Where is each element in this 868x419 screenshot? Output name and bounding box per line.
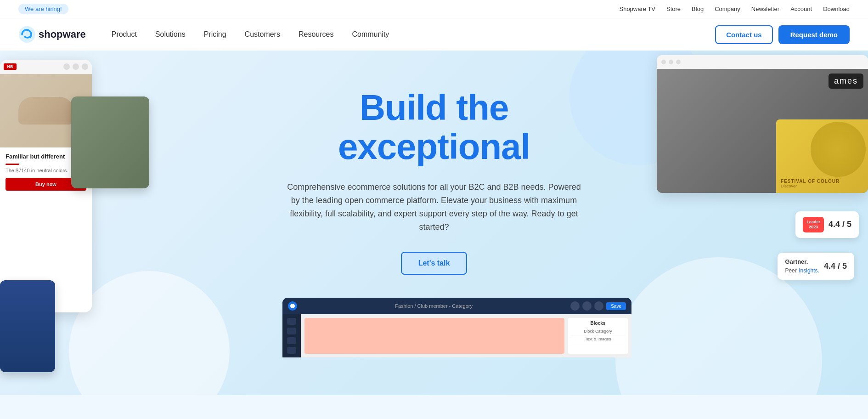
dash-user3-icon xyxy=(594,301,603,311)
hero-title-line1: Build the xyxy=(360,87,509,128)
leader-badge-year: 2023 xyxy=(806,225,820,230)
hero-title: Build the exceptional xyxy=(282,88,586,167)
topbar-link-company[interactable]: Company xyxy=(715,6,740,12)
nav-link-product[interactable]: Product xyxy=(104,27,144,42)
svg-point-1 xyxy=(290,304,295,308)
nav-link-resources[interactable]: Resources xyxy=(291,27,341,42)
logo[interactable]: shopware xyxy=(18,26,86,43)
leader-rating-badge: Leader 2023 4.4 / 5 xyxy=(795,211,859,238)
nav-buttons: Contact us Request demo xyxy=(715,25,850,44)
fashion-body: ames FESTIVAL OF COLOUR Discover xyxy=(657,69,868,193)
dash-settings-icon xyxy=(287,337,296,344)
nav-link-customers[interactable]: Customers xyxy=(237,27,287,42)
left-screenshots: NB Familiar but different The $7140 in n… xyxy=(0,60,170,372)
nb-menu-icon xyxy=(82,63,88,70)
dash-main-area: Blocks Block Category Text & Images xyxy=(301,314,631,357)
leader-rating-score: 4.4 / 5 xyxy=(829,220,851,229)
fashion-topbar xyxy=(657,55,868,69)
nb-search-icon xyxy=(63,63,70,70)
gartner-info: Gartner. Peer Insights. xyxy=(785,258,819,274)
topbar-link-store[interactable]: Store xyxy=(666,6,681,12)
fashion-screenshot: ames FESTIVAL OF COLOUR Discover xyxy=(657,55,868,193)
leader-badge-icon: Leader 2023 xyxy=(803,217,824,232)
festival-chair-graphic xyxy=(811,122,866,177)
topbar-link-account[interactable]: Account xyxy=(790,6,812,12)
dash-home-icon xyxy=(287,318,296,325)
dashboard-body: Blocks Block Category Text & Images xyxy=(282,314,631,357)
gartner-peer-label: Peer xyxy=(785,267,796,274)
hero-center: Build the exceptional Comprehensive ecom… xyxy=(273,88,595,358)
dash-user2-icon xyxy=(582,301,592,311)
dash-grid-icon xyxy=(287,328,296,334)
fashion-min-dot xyxy=(669,60,673,64)
dash-user-icon xyxy=(570,301,580,311)
hero-title-line2: exceptional xyxy=(338,126,530,167)
nb-cart-icon xyxy=(73,63,79,70)
blurred-person-bottom-image xyxy=(0,280,55,372)
dash-canvas xyxy=(304,318,564,354)
top-bar: We are hiring! Shopware TV Store Blog Co… xyxy=(0,0,868,18)
gartner-rating-score: 4.4 / 5 xyxy=(824,261,847,271)
nb-topbar: NB xyxy=(0,60,92,74)
dashboard-preview: Fashion / Club member - Category Save xyxy=(282,298,631,357)
blurred-top-screenshot xyxy=(71,96,149,188)
topbar-link-blog[interactable]: Blog xyxy=(692,6,704,12)
dash-save-button[interactable]: Save xyxy=(606,302,626,310)
festival-title: FESTIVAL OF COLOUR xyxy=(781,179,863,184)
festival-discover-link[interactable]: Discover xyxy=(781,184,863,188)
nav-link-community[interactable]: Community xyxy=(344,27,396,42)
hero-section: NB Familiar but different The $7140 in n… xyxy=(0,51,868,395)
dash-panel-item-2[interactable]: Text & Images xyxy=(571,335,625,343)
dash-panel-item-1[interactable]: Block Category xyxy=(571,328,625,335)
hiring-badge[interactable]: We are hiring! xyxy=(18,4,68,14)
right-screenshots: ames FESTIVAL OF COLOUR Discover Leader … xyxy=(638,55,868,193)
demo-button[interactable]: Request demo xyxy=(778,25,850,44)
topbar-link-newsletter[interactable]: Newsletter xyxy=(751,6,779,12)
festival-overlay: FESTIVAL OF COLOUR Discover xyxy=(776,119,868,193)
dash-sidebar xyxy=(282,314,301,357)
contact-button[interactable]: Contact us xyxy=(715,25,773,44)
nav-link-pricing[interactable]: Pricing xyxy=(197,27,234,42)
leader-badge-label: Leader xyxy=(806,220,820,225)
gartner-rating-badge: Gartner. Peer Insights. 4.4 / 5 xyxy=(778,253,854,280)
ames-brand-badge: ames xyxy=(829,74,863,89)
gartner-peer-insights: Peer Insights. xyxy=(785,266,819,274)
dash-actions: Save xyxy=(570,301,626,311)
gartner-label: Gartner. xyxy=(785,258,819,266)
nb-nav-icons xyxy=(63,63,88,70)
dash-blocks-panel: Blocks Block Category Text & Images xyxy=(568,318,628,354)
dashboard-topbar: Fashion / Club member - Category Save xyxy=(282,298,631,314)
nav-link-solutions[interactable]: Solutions xyxy=(148,27,193,42)
fashion-close-dot xyxy=(661,60,666,64)
lets-talk-button[interactable]: Let's talk xyxy=(401,252,468,275)
fashion-max-dot xyxy=(676,60,681,64)
blurred-bottom-screenshot xyxy=(0,280,55,372)
blurred-person-image xyxy=(71,96,149,188)
dash-breadcrumb: Fashion / Club member - Category xyxy=(301,303,567,309)
nav-links: Product Solutions Pricing Customers Reso… xyxy=(104,27,715,42)
shoe-image xyxy=(18,97,73,125)
dash-logo-icon xyxy=(288,301,297,311)
shopware-logo-icon xyxy=(18,26,36,43)
product-divider xyxy=(6,164,19,165)
dash-edit-icon xyxy=(287,347,296,354)
dash-panel-title: Blocks xyxy=(571,321,625,326)
main-nav: shopware Product Solutions Pricing Custo… xyxy=(0,18,868,51)
nb-logo-icon: NB xyxy=(4,63,17,70)
logo-text: shopware xyxy=(39,28,86,40)
gartner-insights-label: Insights. xyxy=(799,267,819,274)
topbar-link-download[interactable]: Download xyxy=(823,6,850,12)
topbar-link-shopware-tv[interactable]: Shopware TV xyxy=(619,6,655,12)
hero-subtitle: Comprehensive ecommerce solutions for al… xyxy=(287,181,581,233)
